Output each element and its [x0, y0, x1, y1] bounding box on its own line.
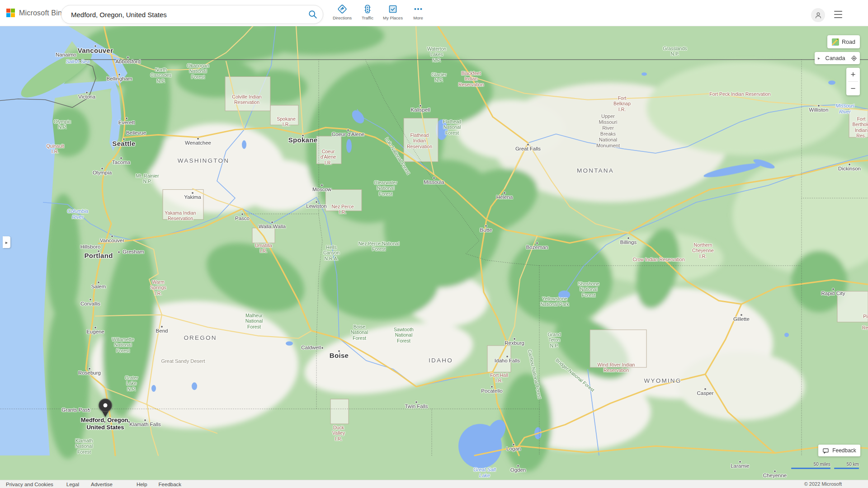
region-label[interactable]: Canada	[822, 55, 848, 61]
footer-link-help[interactable]: Help	[137, 482, 147, 487]
map-label-columbia: Columbia River	[67, 208, 88, 220]
scale-miles-bar	[791, 468, 830, 469]
my-places-icon	[387, 4, 398, 14]
region-back-icon[interactable]: ▸	[818, 56, 820, 61]
map-label-vancouver: Vancouver	[100, 238, 124, 244]
map-label-ogden: Ogden	[510, 467, 526, 474]
city-dot	[120, 157, 122, 159]
map-label-casper: Casper	[697, 390, 713, 397]
map-label-nez-perce: Nez Perce I.R.	[331, 204, 354, 215]
map-label-fort-berthold: Fort Berthold Indian Res.	[852, 116, 868, 139]
city-dot	[739, 461, 741, 463]
map-labels-layer: VancouverSeattlePortlandSpokaneBoiseNana…	[0, 26, 868, 480]
city-dot	[627, 237, 629, 239]
map-label-idaho: IDAHO	[429, 357, 453, 364]
city-dot	[123, 138, 125, 140]
map-label-lolo-national-forest: Lolo National Forest	[384, 136, 411, 175]
top-bar: Microsoft Bing DirectionsTrafficMy Place…	[0, 0, 868, 26]
scale-km-label: 50 km	[834, 462, 859, 467]
map-label-coeur: Coeur d'Alene I.R.	[321, 149, 336, 165]
city-dot	[89, 368, 90, 370]
nav-more-button[interactable]: More	[407, 4, 429, 20]
city-dot	[517, 465, 519, 467]
footer-link-feedback[interactable]: Feedback	[159, 482, 182, 487]
footer-link-advertise[interactable]: Advertise	[91, 482, 113, 487]
city-dot	[504, 192, 505, 194]
map-label-idaho-falls: Idaho Falls	[495, 358, 520, 364]
location-pin[interactable]	[98, 398, 113, 418]
locate-button[interactable]	[848, 52, 860, 64]
map-label-klamath-falls: Klamath Falls	[129, 422, 161, 428]
city-dot	[513, 444, 514, 446]
map-label-abbotsford: Abbotsford	[115, 59, 141, 65]
nav-directions-button[interactable]: Directions	[331, 4, 353, 20]
map-label-rexburg: Rexburg	[505, 340, 524, 347]
map-label-hells: Hells Canyon N.R.A.	[323, 244, 340, 261]
map-label-rapid-city: Rapid City	[821, 291, 845, 297]
map-label-portland: Portland	[84, 252, 113, 260]
city-dot	[704, 388, 706, 390]
map-label-bridger-national-forest: Bridger National Forest	[555, 357, 596, 393]
nav-traffic-button[interactable]: Traffic	[357, 4, 378, 20]
map-label-victoria: Victoria	[78, 94, 95, 100]
map-label-fort-peck-indian-reservation: Fort Peck Indian Reservation	[709, 91, 770, 97]
map-label-dickinson: Dickinson	[838, 166, 861, 172]
map-label-salish-sea: Salish Sea	[66, 59, 90, 65]
footer-link-privacy-and-cookies[interactable]: Privacy and Cookies	[6, 482, 53, 487]
map-label-duck: Duck Valley I.R.	[332, 425, 345, 441]
footer-link-legal[interactable]: Legal	[66, 482, 79, 487]
brand-text: Microsoft Bing	[19, 9, 66, 17]
city-dot	[144, 419, 146, 421]
map-style-button[interactable]: Road	[827, 35, 860, 48]
city-dot	[832, 288, 834, 290]
map-label-bend: Bend	[156, 328, 168, 334]
map-label-wyoming: WYOMING	[644, 377, 682, 385]
menu-button[interactable]	[834, 11, 842, 18]
city-dot	[536, 242, 538, 244]
search-input[interactable]	[70, 10, 303, 19]
map-label-spokane: Spokane I.R.	[277, 116, 295, 127]
map-label-billings: Billings	[620, 239, 637, 246]
map-label-nez-perce-national: Nez Perce National Forest	[359, 241, 399, 252]
map-label-roseburg: Roseburg	[78, 370, 101, 376]
map-label-olympic: Olympic N.P.	[54, 119, 71, 130]
search-button[interactable]	[303, 6, 323, 23]
city-dot	[88, 408, 90, 410]
city-dot	[98, 282, 99, 283]
map-label-okanogan: Okanogan National Forest	[187, 63, 209, 80]
city-dot	[161, 326, 163, 328]
city-dot	[849, 164, 850, 165]
zoom-in-button[interactable]: +	[846, 68, 860, 81]
map-label-vancouver: Vancouver	[78, 47, 113, 55]
map-label-warm: Warm Springs I.R.	[150, 279, 166, 296]
map-label-cheyenne: Cheyenne	[763, 473, 787, 479]
map-label-northern: Northern Cheyenne I.R.	[692, 242, 714, 259]
nav-my-places-button[interactable]: My Places	[382, 4, 404, 20]
profile-button[interactable]	[811, 8, 825, 22]
map-feedback-button[interactable]: Feedback	[818, 445, 860, 456]
map-nav: DirectionsTrafficMy PlacesMore	[331, 4, 429, 20]
map-label-moscow: Moscow	[312, 187, 331, 193]
city-dot	[415, 401, 417, 403]
map-label-umatilla: Umatilla I.R.	[255, 243, 272, 254]
locate-icon	[850, 55, 858, 62]
city-dot	[514, 338, 515, 340]
map-label-flathead: Flathead Indian Reservation	[407, 132, 432, 149]
map-label-grasslands: Grasslands N.P.	[663, 46, 687, 57]
map-label-nanaimo: Nanaimo	[56, 52, 76, 58]
map-label-grand: Grand Teton N.P.	[547, 332, 561, 348]
map-canvas[interactable]: VancouverSeattlePortlandSpokaneBoiseNana…	[0, 26, 868, 480]
city-dot	[818, 105, 820, 107]
city-dot	[94, 45, 96, 47]
panel-expand-button[interactable]: ▸	[3, 236, 10, 248]
map-label-everett: Everett	[118, 120, 135, 126]
city-dot	[491, 386, 493, 388]
map-label-crow-indian-reservation: Crow Indian Reservation	[633, 257, 685, 262]
road-style-icon	[832, 38, 839, 46]
zoom-out-button[interactable]: −	[846, 82, 860, 95]
map-label-upper: Upper Missouri River Breaks National Mon…	[596, 113, 620, 149]
city-dot	[111, 235, 113, 237]
bing-logo[interactable]: Microsoft Bing	[6, 0, 66, 26]
map-label-williston: Williston	[809, 107, 829, 113]
city-dot	[433, 177, 435, 179]
